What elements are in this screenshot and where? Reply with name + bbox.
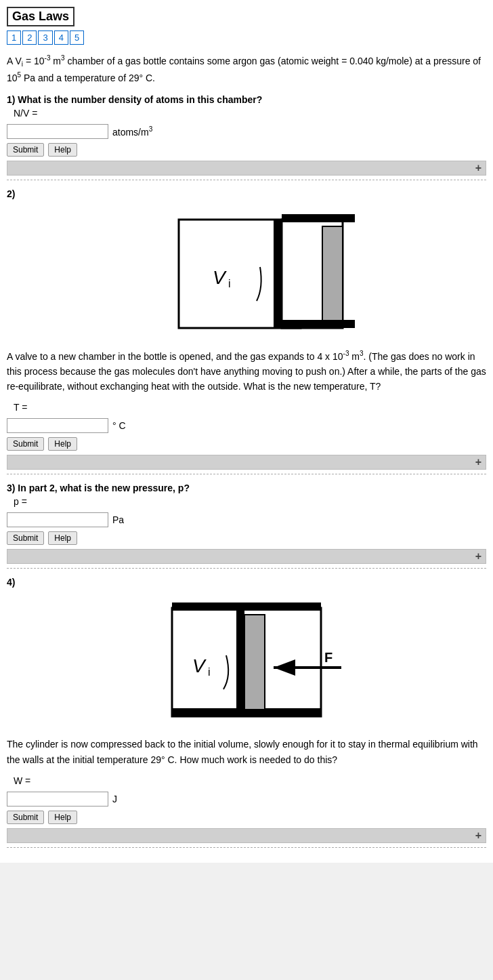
q4-expand-icon[interactable]: + xyxy=(475,830,481,842)
q2-feedback-bar: + xyxy=(7,455,486,470)
q1-input[interactable] xyxy=(7,124,108,139)
tab-2[interactable]: 2 xyxy=(22,30,37,45)
q2-button-row: Submit Help xyxy=(7,437,486,451)
q4-answer-row: J xyxy=(7,792,486,807)
tab-4[interactable]: 4 xyxy=(54,30,68,45)
q2-svg: V i xyxy=(138,206,355,342)
tab-5[interactable]: 5 xyxy=(70,30,84,45)
q4-button-row: Submit Help xyxy=(7,811,486,824)
q1-expand-icon[interactable]: + xyxy=(475,162,481,174)
q4-text: The cylinder is now compressed back to t… xyxy=(7,737,486,767)
page-title: Gas Laws xyxy=(7,7,74,26)
q2-help-button[interactable]: Help xyxy=(48,437,77,451)
svg-rect-3 xyxy=(322,226,343,321)
q3-feedback-bar: + xyxy=(7,549,486,564)
q4-diagram: V i F xyxy=(7,594,486,730)
q1-feedback-bar: + xyxy=(7,161,486,176)
q1-unit: atoms/m3 xyxy=(112,125,152,138)
q2-label: 2) xyxy=(7,188,486,199)
question-2: 2) V i xyxy=(7,188,486,475)
svg-rect-11 xyxy=(236,608,244,716)
q4-svg: V i F xyxy=(131,594,362,730)
q1-divider xyxy=(7,180,486,180)
page-container: Gas Laws 1 2 3 4 5 A Vi = 10-3 m3 chambe… xyxy=(0,0,493,863)
q2-input[interactable] xyxy=(7,418,108,433)
svg-rect-4 xyxy=(282,214,355,222)
q4-unit: J xyxy=(112,794,117,804)
question-4: 4) V i xyxy=(7,577,486,848)
q2-diagram: V i xyxy=(7,206,486,342)
q4-label: 4) xyxy=(7,577,486,588)
q4-input[interactable] xyxy=(7,792,108,807)
q3-help-button[interactable]: Help xyxy=(48,531,77,545)
q2-answer-row: ° C xyxy=(7,418,486,433)
q4-divider xyxy=(7,847,486,848)
q3-expand-icon[interactable]: + xyxy=(475,550,481,563)
svg-rect-5 xyxy=(282,320,355,328)
tab-bar: 1 2 3 4 5 xyxy=(7,30,486,45)
q1-label: 1) What is the number density of atoms i… xyxy=(7,94,486,105)
q4-help-button[interactable]: Help xyxy=(48,811,77,824)
q3-button-row: Submit Help xyxy=(7,531,486,545)
q1-help-button[interactable]: Help xyxy=(48,143,77,157)
question-3: 3) In part 2, what is the new pressure, … xyxy=(7,483,486,569)
q1-answer-row: atoms/m3 xyxy=(7,124,486,139)
tab-3[interactable]: 3 xyxy=(38,30,52,45)
svg-rect-9 xyxy=(172,603,321,611)
q4-submit-button[interactable]: Submit xyxy=(7,811,44,824)
q3-var: p = xyxy=(14,496,486,507)
q2-submit-button[interactable]: Submit xyxy=(7,437,44,451)
q2-divider xyxy=(7,474,486,474)
q3-answer-row: Pa xyxy=(7,512,486,527)
svg-text:i: i xyxy=(228,278,231,289)
svg-text:F: F xyxy=(324,650,333,665)
q2-var: T = xyxy=(14,402,486,413)
problem-intro-text: A Vi = 10-3 m3 chamber of a gas bottle c… xyxy=(7,53,486,86)
q4-feedback-bar: + xyxy=(7,828,486,843)
q1-var: N/V = xyxy=(14,108,486,119)
q3-unit: Pa xyxy=(112,514,124,525)
question-1: 1) What is the number density of atoms i… xyxy=(7,94,486,180)
q2-unit: ° C xyxy=(112,420,126,431)
svg-rect-1 xyxy=(274,220,282,328)
svg-text:V: V xyxy=(192,655,207,676)
tab-1[interactable]: 1 xyxy=(7,30,21,45)
svg-text:V: V xyxy=(213,267,227,288)
q1-submit-button[interactable]: Submit xyxy=(7,143,44,157)
q2-text: A valve to a new chamber in the bottle i… xyxy=(7,348,486,394)
q3-submit-button[interactable]: Submit xyxy=(7,531,44,545)
q1-button-row: Submit Help xyxy=(7,143,486,157)
q2-expand-icon[interactable]: + xyxy=(475,456,481,468)
q3-label: 3) In part 2, what is the new pressure, … xyxy=(7,483,486,493)
svg-text:i: i xyxy=(208,666,211,678)
q3-input[interactable] xyxy=(7,512,108,527)
q4-var: W = xyxy=(14,775,486,786)
svg-rect-12 xyxy=(244,615,265,710)
q3-divider xyxy=(7,568,486,569)
